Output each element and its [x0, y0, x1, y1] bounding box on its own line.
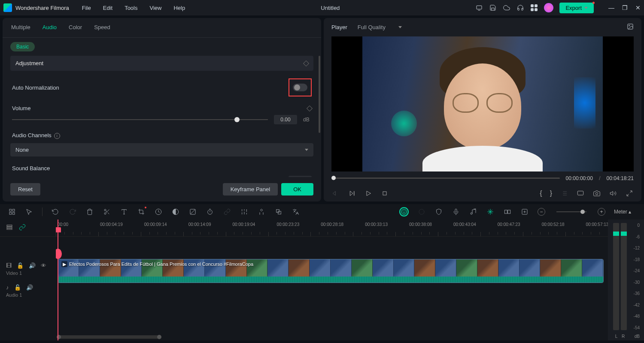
link-toggle-icon[interactable] [19, 224, 26, 232]
balance-value[interactable]: 0.00 [289, 176, 312, 177]
mute-icon[interactable]: 🔊 [26, 284, 33, 291]
user-avatar[interactable] [544, 3, 553, 12]
mic-icon[interactable] [452, 208, 460, 216]
zoom-slider[interactable] [556, 211, 586, 212]
music-icon[interactable] [469, 208, 477, 216]
cloud-icon[interactable] [503, 4, 510, 12]
crop-icon[interactable] [137, 208, 146, 216]
keyframe-diamond-icon[interactable] [303, 60, 309, 66]
minimize-button[interactable]: — [608, 4, 614, 11]
blur-icon[interactable] [417, 208, 426, 216]
timeline-main[interactable]: 00:00 00:00:04:19 00:00:09:14 00:00:14:0… [56, 220, 608, 340]
reset-button[interactable]: Reset [10, 183, 40, 196]
tab-color[interactable]: Color [69, 24, 82, 33]
video-clip[interactable]: ▶Efectos Poderosos Para Edits de Fútbol … [58, 259, 604, 283]
scrub-thumb[interactable] [331, 176, 336, 180]
display-icon[interactable] [576, 189, 585, 198]
close-button[interactable]: ✕ [635, 4, 641, 11]
camera-icon[interactable] [592, 189, 601, 198]
menu-help[interactable]: Help [173, 5, 185, 11]
enhance-icon[interactable] [486, 208, 495, 216]
screen-icon[interactable] [475, 4, 483, 12]
text-icon[interactable] [120, 208, 128, 216]
split-icon[interactable] [103, 208, 111, 216]
mark-out-icon[interactable]: } [550, 190, 552, 197]
volume-icon[interactable] [609, 189, 617, 198]
audio-icon[interactable]: ♪ [6, 284, 9, 291]
time-ruler[interactable]: 00:00 00:00:04:19 00:00:09:14 00:00:14:0… [56, 220, 608, 237]
adjust-icon[interactable] [240, 208, 249, 216]
undo-icon[interactable] [51, 208, 60, 216]
prev-frame-icon[interactable] [331, 189, 340, 198]
channels-select[interactable]: None [10, 143, 313, 156]
smiley-icon[interactable] [399, 207, 409, 217]
keyframe-diamond-icon[interactable] [307, 105, 313, 111]
fullscreen-icon[interactable] [625, 189, 634, 198]
video-preview[interactable] [331, 36, 634, 172]
add-icon[interactable] [520, 208, 529, 216]
scrub-track[interactable] [331, 178, 560, 179]
grid-icon[interactable] [8, 208, 16, 216]
video-track-row[interactable]: ▶Efectos Poderosos Para Edits de Fútbol … [56, 259, 608, 284]
delete-icon[interactable] [85, 208, 94, 216]
zoom-out-button[interactable]: − [538, 208, 545, 216]
volume-slider[interactable] [12, 119, 268, 120]
menu-tools[interactable]: Tools [125, 5, 137, 11]
info-icon[interactable]: i [54, 133, 60, 139]
subtab-basic[interactable]: Basic [10, 42, 35, 51]
step-back-icon[interactable] [348, 189, 356, 198]
stop-icon[interactable] [380, 189, 389, 198]
quality-select[interactable]: Full Quality [358, 24, 402, 30]
lock-icon[interactable]: 🔓 [17, 262, 24, 269]
section-adjustment[interactable]: Adjustment [10, 56, 313, 71]
auto-norm-toggle[interactable] [293, 84, 307, 91]
visibility-icon[interactable]: 👁 [41, 262, 46, 269]
mute-icon[interactable]: 🔊 [29, 262, 36, 269]
compare-icon[interactable] [503, 208, 512, 216]
zoom-thumb[interactable] [580, 210, 585, 214]
meter-toggle[interactable]: Meter ▴ [614, 209, 636, 215]
apps-icon[interactable] [530, 4, 538, 12]
keyframe-icon[interactable] [257, 208, 266, 216]
shield-icon[interactable] [434, 208, 443, 216]
timeline-scrollbar[interactable] [58, 335, 161, 339]
headphones-icon[interactable] [516, 4, 524, 12]
link-icon[interactable] [223, 208, 231, 216]
play-icon[interactable] [364, 189, 373, 198]
group-icon[interactable] [274, 208, 283, 216]
playhead[interactable] [58, 220, 58, 340]
scrollbar[interactable] [319, 56, 320, 133]
menu-view[interactable]: View [149, 5, 161, 11]
keyframe-panel-button[interactable]: Keyframe Panel [223, 183, 278, 196]
video-icon[interactable]: 🎞 [6, 262, 12, 269]
timer-icon[interactable] [206, 208, 214, 216]
track-manage-icon[interactable] [6, 224, 13, 232]
menu-edit[interactable]: Edit [103, 5, 112, 11]
volume-value[interactable]: 0.00 [274, 115, 297, 124]
save-icon[interactable] [489, 4, 497, 12]
volume-unit: dB [303, 117, 312, 123]
list-icon[interactable] [560, 189, 568, 198]
export-button[interactable]: Export [559, 3, 594, 13]
color-icon[interactable] [171, 208, 180, 216]
ok-button[interactable]: OK [281, 183, 313, 196]
maximize-button[interactable]: ❐ [622, 4, 628, 11]
mask-icon[interactable] [188, 208, 197, 216]
slider-thumb[interactable] [234, 117, 240, 122]
translate-icon[interactable] [292, 208, 300, 216]
svg-rect-62 [7, 225, 12, 226]
lock-icon[interactable]: 🔓 [14, 284, 21, 291]
redo-icon[interactable] [68, 208, 77, 216]
tab-speed[interactable]: Speed [94, 24, 110, 33]
zoom-in-button[interactable]: + [598, 208, 605, 216]
playhead-handle[interactable] [56, 249, 62, 259]
tab-multiple[interactable]: Multiple [11, 24, 30, 33]
speed-icon[interactable] [154, 208, 163, 216]
sub-tabs: Basic [3, 38, 321, 56]
menu-file[interactable]: File [82, 5, 91, 11]
player-panel: Player Full Quality 00:00:00:00 / 00:04:… [324, 18, 641, 202]
mark-in-icon[interactable]: { [540, 190, 542, 197]
cursor-icon[interactable] [25, 208, 33, 216]
tab-audio[interactable]: Audio [43, 24, 57, 33]
snapshot-icon[interactable] [627, 23, 634, 31]
